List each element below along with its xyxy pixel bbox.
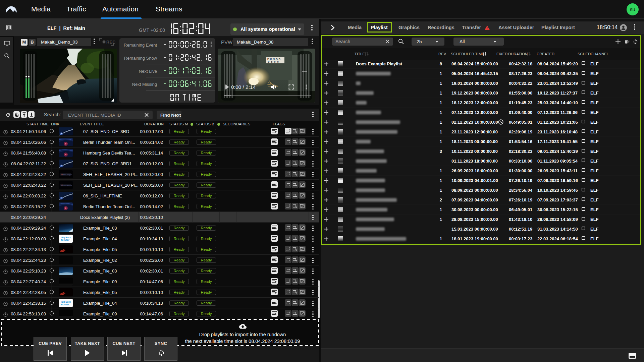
- svg-text:0:00 / 2:14: 0:00 / 2:14: [231, 84, 256, 90]
- svg-text:BUNNY: BUNNY: [61, 239, 69, 241]
- svg-text:Big Buck: Big Buck: [61, 301, 71, 303]
- svg-text:europe.league: europe.league: [61, 174, 72, 176]
- svg-text:BUNNY: BUNNY: [61, 303, 69, 306]
- svg-text:Big Buck: Big Buck: [61, 236, 71, 239]
- svg-text:9500: 9500: [268, 60, 280, 63]
- svg-text:europe.league: europe.league: [61, 184, 72, 186]
- svg-text:REC: REC: [106, 40, 116, 45]
